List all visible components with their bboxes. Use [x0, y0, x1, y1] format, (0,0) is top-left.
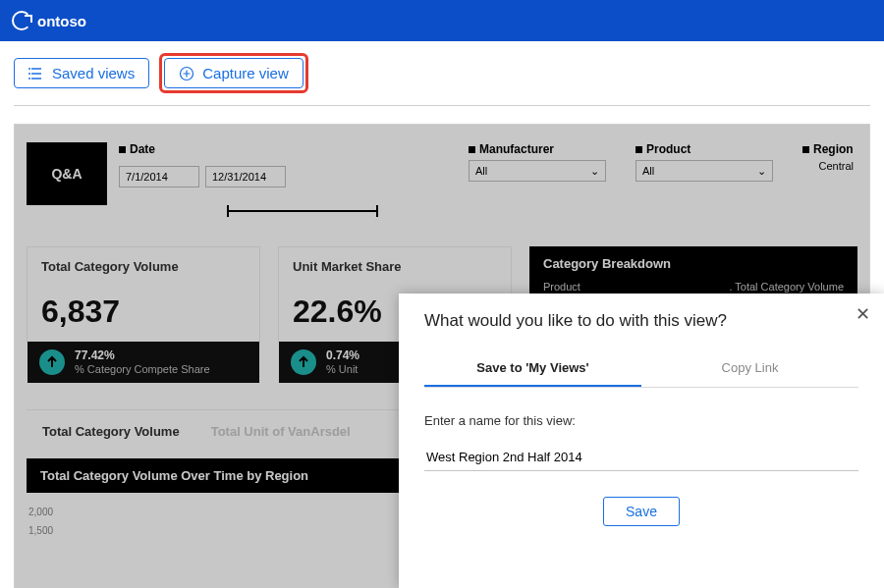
tab-unit[interactable]: Total Unit of VanArsdel	[195, 410, 366, 453]
capture-view-label: Capture view	[202, 65, 289, 81]
manufacturer-dropdown[interactable]: All ⌄	[469, 160, 606, 182]
product-filter: Product All ⌄	[635, 142, 773, 182]
manufacturer-filter: Manufacturer All ⌄	[469, 142, 606, 182]
dialog-tabs: Save to 'My Views' Copy Link	[424, 350, 858, 388]
date-label: Date	[119, 142, 382, 156]
share-card-title: Unit Market Share	[293, 259, 497, 274]
list-icon	[28, 66, 44, 81]
volume-card[interactable]: Total Category Volume 6,837 77.42% % Cat…	[27, 246, 260, 343]
breakdown-cols: Product . Total Category Volume	[543, 281, 844, 293]
plus-circle-icon	[179, 66, 194, 81]
volume-kpi-text: 77.42% % Category Compete Share	[75, 348, 210, 376]
manufacturer-value: All	[475, 165, 487, 177]
region-value[interactable]: Central	[802, 160, 857, 182]
save-button[interactable]: Save	[603, 497, 680, 526]
qna-tile[interactable]: Q&A	[27, 142, 107, 205]
volume-card-value: 6,837	[41, 294, 246, 330]
tab-save-view[interactable]: Save to 'My Views'	[424, 350, 641, 387]
slider-handle-right[interactable]	[376, 205, 378, 217]
saved-views-button[interactable]: Saved views	[14, 58, 149, 88]
volume-card-title: Total Category Volume	[41, 259, 246, 274]
breakdown-col-b: . Total Category Volume	[729, 281, 844, 293]
close-icon[interactable]: ✕	[856, 303, 870, 325]
app-header: ontoso	[0, 0, 884, 41]
tab-volume[interactable]: Total Category Volume	[27, 410, 195, 453]
date-filter: Date	[119, 142, 382, 225]
brand-text: ontoso	[37, 13, 86, 29]
view-name-label: Enter a name for this view:	[424, 413, 858, 428]
svg-point-1	[28, 73, 30, 75]
contoso-logo-icon	[12, 11, 31, 30]
arrow-up-icon	[291, 349, 316, 375]
capture-view-highlight: Capture view	[159, 53, 308, 93]
svg-point-2	[28, 78, 30, 80]
product-label: Product	[635, 142, 773, 156]
filter-row: Q&A Date Manufacturer All ⌄ Product	[27, 142, 857, 225]
share-kpi-text: 0.74% % Unit	[326, 348, 359, 376]
dialog-title: What would you like to do with this view…	[424, 311, 858, 331]
region-label: Region	[802, 142, 857, 156]
svg-point-0	[28, 68, 30, 70]
chevron-down-icon: ⌄	[590, 165, 599, 178]
product-value: All	[642, 165, 654, 177]
date-slider[interactable]	[119, 199, 382, 225]
breakdown-title: Category Breakdown	[543, 256, 844, 271]
view-name-input[interactable]	[424, 444, 858, 471]
date-end-input[interactable]	[205, 166, 286, 187]
breakdown-col-a: Product	[543, 281, 580, 293]
toolbar-divider	[14, 105, 870, 106]
tab-copy-link[interactable]: Copy Link	[641, 350, 858, 387]
slider-line	[229, 210, 378, 212]
capture-view-button[interactable]: Capture view	[164, 58, 304, 88]
chevron-down-icon: ⌄	[757, 165, 766, 178]
volume-kpi-bar: 77.42% % Category Compete Share	[28, 342, 259, 383]
saved-views-label: Saved views	[52, 65, 135, 81]
product-dropdown[interactable]: All ⌄	[635, 160, 773, 182]
arrow-up-icon	[39, 349, 65, 375]
brand: ontoso	[12, 11, 86, 30]
report-toolbar: Saved views Capture view	[0, 41, 884, 105]
date-start-input[interactable]	[119, 166, 199, 187]
capture-view-dialog: ✕ What would you like to do with this vi…	[399, 294, 884, 588]
manufacturer-label: Manufacturer	[469, 142, 606, 156]
region-filter: Region Central	[802, 142, 857, 182]
